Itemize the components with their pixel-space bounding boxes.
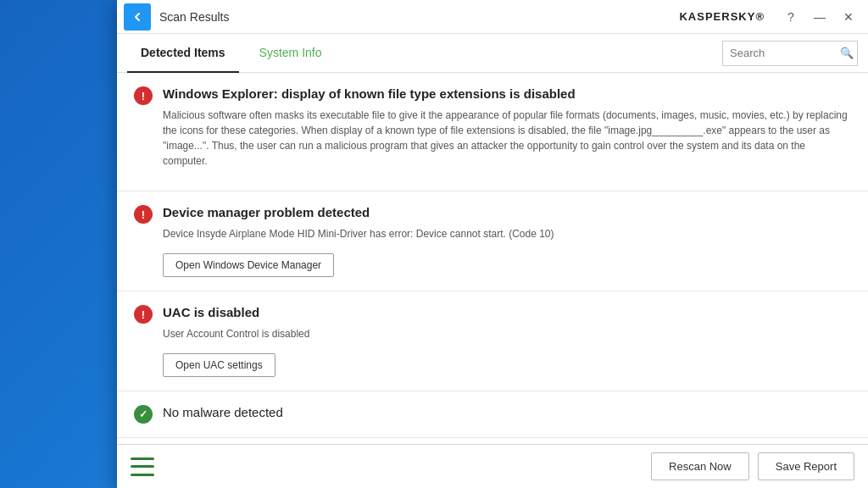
content-area[interactable]: Windows Explorer: display of known file … bbox=[117, 73, 868, 444]
tab-bar: Detected Items System Info 🔍 bbox=[117, 34, 868, 73]
rescan-now-button[interactable]: Rescan Now bbox=[651, 452, 749, 480]
item-header: No malware detected bbox=[134, 405, 851, 424]
open-device-manager-button[interactable]: Open Windows Device Manager bbox=[163, 253, 334, 277]
list-item: Windows Explorer: display of known file … bbox=[117, 73, 868, 191]
window-controls: ? — ✕ bbox=[778, 5, 861, 29]
logo-suffix: ® bbox=[755, 10, 765, 23]
item-description: Device Insyde Airplane Mode HID Mini-Dri… bbox=[163, 226, 554, 241]
warning-icon bbox=[134, 305, 153, 324]
tab-system-info[interactable]: System Info bbox=[246, 34, 336, 73]
item-header: Windows Explorer: display of known file … bbox=[134, 86, 851, 177]
open-uac-settings-button[interactable]: Open UAC settings bbox=[163, 353, 275, 377]
help-button[interactable]: ? bbox=[778, 5, 804, 29]
item-header: Device manager problem detected Device I… bbox=[134, 205, 851, 277]
list-item: No malware detected bbox=[117, 391, 868, 438]
desktop: Scan Results KASPERSKY® ? — ✕ Detected I… bbox=[0, 0, 868, 488]
save-report-button[interactable]: Save Report bbox=[758, 452, 854, 480]
item-title: Device manager problem detected bbox=[163, 205, 554, 219]
item-body: UAC is disabled User Account Control is … bbox=[163, 305, 309, 377]
tab-system-info-label: System Info bbox=[259, 46, 322, 59]
window-title: Scan Results bbox=[159, 10, 679, 24]
search-icon: 🔍 bbox=[840, 47, 854, 59]
item-body: Device manager problem detected Device I… bbox=[163, 205, 554, 277]
list-item: No problems scanning for vulnerabilities… bbox=[117, 438, 868, 444]
item-title: No malware detected bbox=[163, 405, 283, 419]
kaspersky-logo: KASPERSKY® bbox=[679, 10, 765, 23]
bottom-actions: Rescan Now Save Report bbox=[651, 452, 854, 480]
close-button[interactable]: ✕ bbox=[836, 5, 861, 29]
ok-icon bbox=[134, 405, 153, 424]
item-body: No malware detected bbox=[163, 405, 283, 419]
bottom-bar: Rescan Now Save Report bbox=[117, 444, 868, 488]
item-description: User Account Control is disabled bbox=[163, 326, 309, 341]
hamburger-line-2 bbox=[131, 465, 154, 468]
item-header: UAC is disabled User Account Control is … bbox=[134, 305, 851, 377]
list-item: UAC is disabled User Account Control is … bbox=[117, 291, 868, 391]
main-window: Scan Results KASPERSKY® ? — ✕ Detected I… bbox=[117, 0, 868, 488]
warning-icon bbox=[134, 205, 153, 224]
hamburger-line-1 bbox=[131, 458, 154, 460]
logo-text: KASPERSKY bbox=[679, 10, 755, 23]
search-input[interactable] bbox=[730, 47, 840, 59]
minimize-button[interactable]: — bbox=[807, 5, 832, 29]
tab-detected-items[interactable]: Detected Items bbox=[127, 34, 239, 73]
item-body: Windows Explorer: display of known file … bbox=[163, 86, 851, 177]
hamburger-line-3 bbox=[131, 474, 154, 476]
warning-icon bbox=[134, 86, 153, 105]
title-bar: Scan Results KASPERSKY® ? — ✕ bbox=[117, 0, 868, 34]
tab-detected-items-label: Detected Items bbox=[141, 46, 225, 59]
list-item: Device manager problem detected Device I… bbox=[117, 191, 868, 291]
item-title: UAC is disabled bbox=[163, 305, 309, 319]
item-description: Malicious software often masks its execu… bbox=[163, 108, 851, 169]
menu-hamburger-icon[interactable] bbox=[131, 458, 154, 476]
item-title: Windows Explorer: display of known file … bbox=[163, 86, 851, 101]
back-button[interactable] bbox=[124, 3, 151, 30]
search-box[interactable]: 🔍 bbox=[722, 41, 858, 66]
